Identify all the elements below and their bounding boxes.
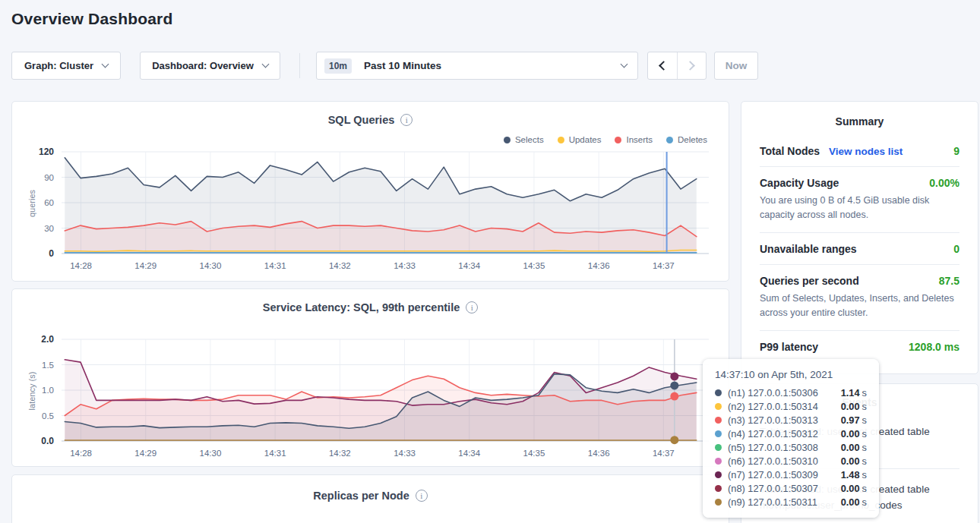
svg-text:14:29: 14:29 <box>134 261 156 270</box>
replicas-per-node-card: Replicas per Node i <box>11 474 729 523</box>
series-dot-icon <box>715 499 722 506</box>
arrow-left-icon <box>659 61 669 71</box>
graph-dropdown-label: Graph: Cluster <box>24 60 93 71</box>
tooltip-timestamp: 14:37:10 on Apr 5th, 2021 <box>715 369 867 380</box>
svg-text:14:37: 14:37 <box>653 449 675 458</box>
tooltip-node-label: (n9) 127.0.0.1:50311 <box>728 496 817 508</box>
tooltip-node-unit: s <box>862 469 867 480</box>
time-forward-button[interactable] <box>677 52 707 79</box>
svg-text:14:31: 14:31 <box>264 261 286 270</box>
tooltip-rows: (n1) 127.0.0.1:503061.14s(n2) 127.0.0.1:… <box>715 386 867 509</box>
summary-title: Summary <box>741 102 978 135</box>
summary-row-description: Sum of Selects, Updates, Inserts, and De… <box>760 291 959 321</box>
svg-text:14:30: 14:30 <box>200 449 222 458</box>
svg-text:14:29: 14:29 <box>134 449 156 458</box>
page-title: Overview Dashboard <box>11 10 173 28</box>
time-nav-group <box>647 52 707 80</box>
dashboard-dropdown[interactable]: Dashboard: Overview <box>140 52 280 80</box>
info-icon[interactable]: i <box>416 490 428 502</box>
svg-text:90: 90 <box>44 173 54 182</box>
tooltip-node-label: (n4) 127.0.0.1:50312 <box>728 428 818 440</box>
summary-row: Capacity Usage0.00%You are using 0 B of … <box>760 166 959 232</box>
tooltip-node-row: (n3) 127.0.0.1:503130.97s <box>715 413 867 427</box>
tooltip-node-label: (n8) 127.0.0.1:50307 <box>728 483 818 494</box>
svg-text:30: 30 <box>44 224 54 233</box>
svg-text:14:37: 14:37 <box>653 261 675 270</box>
svg-text:0.0: 0.0 <box>41 436 54 446</box>
summary-panel: Summary Total NodesView nodes list9Capac… <box>741 101 978 374</box>
service-latency-card: Service Latency: SQL, 99th percentile i … <box>11 288 729 467</box>
series-dot-icon <box>715 430 722 437</box>
tooltip-node-value: 0.00 <box>841 496 860 508</box>
svg-text:14:35: 14:35 <box>523 449 545 458</box>
summary-row-value: 1208.0 ms <box>909 341 959 353</box>
info-icon[interactable]: i <box>400 114 413 126</box>
dashboard-dropdown-label: Dashboard: Overview <box>152 60 254 71</box>
svg-text:14:30: 14:30 <box>200 261 222 270</box>
chevron-down-icon <box>102 61 109 68</box>
summary-row-label: P99 latency <box>760 341 818 353</box>
tooltip-node-value: 0.00 <box>841 401 860 412</box>
tooltip-node-value: 1.48 <box>841 469 860 480</box>
summary-row: P99 latency1208.0 ms <box>760 330 959 362</box>
summary-row: Unavailable ranges0 <box>760 232 959 264</box>
chart-title: Service Latency: SQL, 99th percentile <box>263 301 460 313</box>
summary-row: Total NodesView nodes list9 <box>760 135 959 166</box>
sql-queries-plot[interactable]: 14:2814:2914:3014:3114:3214:3314:3414:35… <box>12 143 730 276</box>
chart-hover-tooltip: 14:37:10 on Apr 5th, 2021 (n1) 127.0.0.1… <box>703 359 879 518</box>
series-dot-icon <box>715 389 722 396</box>
chevron-down-icon <box>621 61 628 68</box>
summary-row-value: 9 <box>953 145 959 157</box>
arrow-right-icon <box>685 61 695 71</box>
tooltip-node-label: (n1) 127.0.0.1:50306 <box>728 387 818 399</box>
summary-rows: Total NodesView nodes list9Capacity Usag… <box>741 135 978 362</box>
svg-text:120: 120 <box>39 147 54 157</box>
tooltip-node-unit: s <box>862 387 867 399</box>
chevron-down-icon <box>261 61 269 68</box>
service-latency-plot[interactable]: 14:2814:2914:3014:3114:3214:3314:3414:35… <box>12 330 730 464</box>
summary-row-label: Unavailable ranges <box>760 243 857 255</box>
svg-text:14:28: 14:28 <box>70 261 92 270</box>
time-back-button[interactable] <box>648 52 677 79</box>
series-dot-icon <box>715 471 722 478</box>
summary-row-value: 0.00% <box>929 177 959 189</box>
controls-divider <box>299 53 300 78</box>
tooltip-node-row: (n7) 127.0.0.1:503091.48s <box>715 468 867 481</box>
svg-text:1.5: 1.5 <box>42 361 54 370</box>
svg-text:14:34: 14:34 <box>458 449 480 458</box>
svg-text:14:32: 14:32 <box>329 449 351 458</box>
svg-text:14:34: 14:34 <box>458 261 480 270</box>
tooltip-node-unit: s <box>862 455 867 467</box>
info-icon[interactable]: i <box>466 301 478 313</box>
svg-text:14:35: 14:35 <box>523 261 545 270</box>
view-nodes-list-link[interactable]: View nodes list <box>829 146 903 157</box>
time-range-badge: 10m <box>324 58 352 74</box>
chart-title: Replicas per Node <box>313 490 409 502</box>
series-dot-icon <box>715 417 722 424</box>
tooltip-node-label: (n2) 127.0.0.1:50314 <box>728 401 818 412</box>
tooltip-node-value: 0.00 <box>841 428 860 440</box>
summary-row-value: 0 <box>953 243 959 255</box>
summary-row-label: Total Nodes <box>760 145 820 157</box>
tooltip-node-value: 1.14 <box>841 387 860 399</box>
svg-text:14:36: 14:36 <box>588 261 610 270</box>
svg-text:1.0: 1.0 <box>42 386 54 395</box>
svg-text:14:31: 14:31 <box>264 449 286 458</box>
series-dot-icon <box>715 403 722 410</box>
svg-text:2.0: 2.0 <box>41 334 54 345</box>
chart-title: SQL Queries <box>328 114 395 126</box>
sql-queries-card: SQL Queries i SelectsUpdatesInsertsDelet… <box>11 101 729 282</box>
tooltip-node-row: (n6) 127.0.0.1:503100.00s <box>715 454 867 468</box>
tooltip-node-row: (n8) 127.0.0.1:503070.00s <box>715 481 867 495</box>
svg-text:0: 0 <box>49 248 54 259</box>
tooltip-node-unit: s <box>862 401 867 412</box>
tooltip-node-unit: s <box>862 428 867 440</box>
tooltip-node-value: 0.97 <box>841 414 860 426</box>
series-dot-icon <box>715 485 722 492</box>
time-range-dropdown[interactable]: 10m Past 10 Minutes <box>316 52 638 80</box>
tooltip-node-label: (n3) 127.0.0.1:50313 <box>728 414 818 426</box>
tooltip-node-unit: s <box>862 496 867 508</box>
svg-text:14:36: 14:36 <box>588 449 610 458</box>
graph-dropdown[interactable]: Graph: Cluster <box>11 52 121 80</box>
now-button[interactable]: Now <box>714 52 758 80</box>
